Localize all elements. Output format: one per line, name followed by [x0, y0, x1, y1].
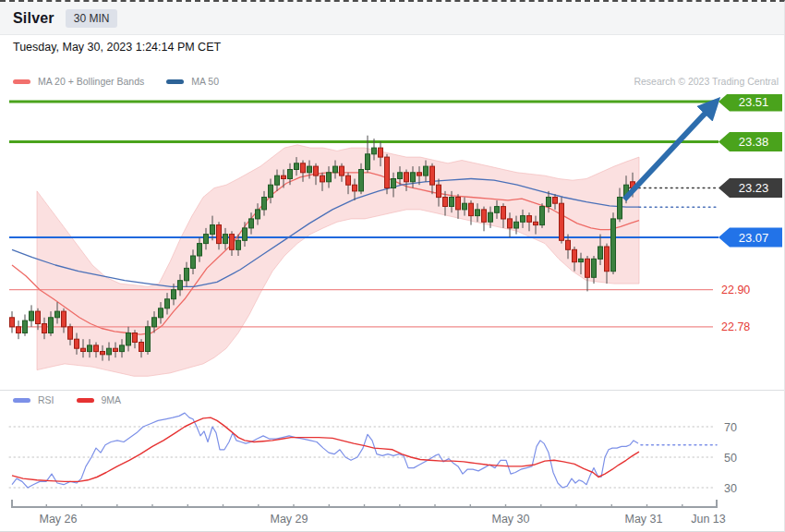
price-chart: 22.9022.7823.5123.3823.2323.07	[0, 94, 785, 390]
svg-text:22.90: 22.90	[721, 284, 750, 296]
svg-text:May 26: May 26	[40, 513, 78, 526]
legend-item-ma50: MA 50	[166, 76, 219, 87]
svg-text:70: 70	[724, 421, 737, 434]
svg-text:50: 50	[724, 452, 737, 465]
main-chart-legend: MA 20 + Bollinger Bands MA 50	[13, 76, 241, 87]
svg-text:May 31: May 31	[625, 513, 663, 526]
legend-label: MA 20 + Bollinger Bands	[38, 76, 144, 87]
instrument-title: Silver	[13, 10, 54, 27]
timeframe-badge: 30 MIN	[66, 9, 118, 28]
svg-text:22.78: 22.78	[721, 320, 750, 333]
svg-text:23.51: 23.51	[739, 95, 769, 109]
svg-text:Jun 13: Jun 13	[691, 513, 726, 526]
rsi-chart: 705030May 26May 29May 30May 31Jun 13	[0, 390, 785, 532]
x-axis: May 26May 29May 30May 31Jun 13	[11, 500, 726, 526]
price-labels: 23.5123.3823.2323.07	[719, 94, 782, 248]
research-credit: Research © 2023 Trading Central	[634, 76, 779, 87]
svg-text:May 30: May 30	[492, 513, 530, 526]
header-band: Silver 30 MIN	[0, 2, 784, 35]
legend-item-ma20-bollinger: MA 20 + Bollinger Bands	[13, 76, 144, 87]
ma20-bollinger-swatch	[13, 79, 30, 84]
svg-text:23.38: 23.38	[739, 135, 769, 149]
rsi-gridlines: 705030	[9, 421, 737, 495]
trading-central-chart-card: Silver 30 MIN Tuesday, May 30, 2023 1:24…	[0, 0, 785, 532]
svg-text:May 29: May 29	[271, 513, 308, 526]
svg-text:23.23: 23.23	[739, 181, 769, 195]
ma50-swatch	[166, 79, 184, 84]
trend-arrow	[624, 110, 708, 200]
rsi-line	[12, 413, 638, 488]
svg-text:30: 30	[724, 482, 737, 495]
timestamp: Tuesday, May 30, 2023 1:24:14 PM CET	[13, 41, 221, 54]
svg-text:23.07: 23.07	[739, 231, 769, 245]
legend-label: MA 50	[191, 76, 219, 87]
